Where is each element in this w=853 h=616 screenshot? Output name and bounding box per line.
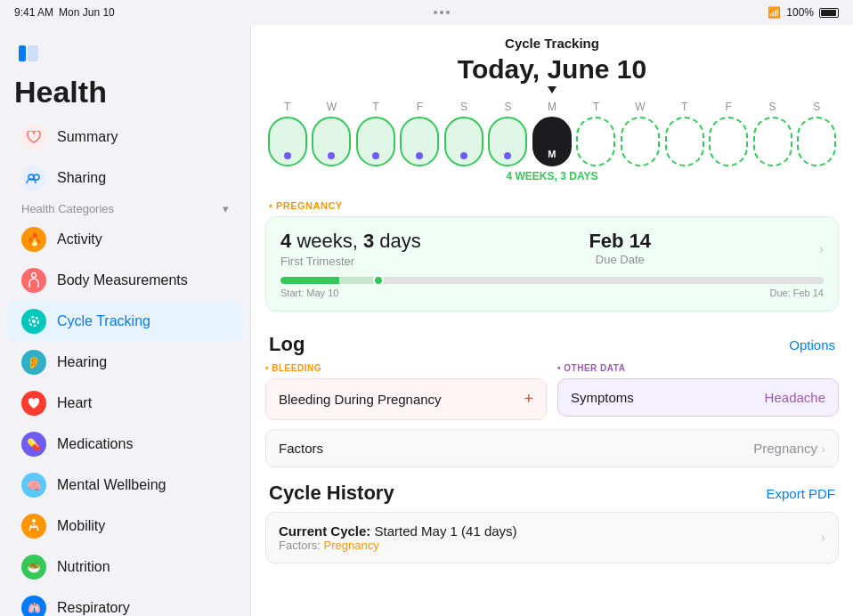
sidebar-item-nutrition[interactable]: 🥗 Nutrition [7,547,243,588]
log-header: Log Options [251,322,853,363]
sidebar-item-body-measurements[interactable]: Body Measurements [7,260,243,301]
today-label: M [548,149,556,159]
content-title: Cycle Tracking [269,36,835,51]
calendar-day-letter-12: S [813,101,820,113]
bleeding-item-label: Bleeding During Pregnancy [279,392,442,407]
content-header: Cycle Tracking Today, June 10 [251,25,853,101]
export-pdf-button[interactable]: Export PDF [766,486,835,501]
calendar-day-5[interactable]: S [486,101,531,166]
calendar-day-8[interactable]: W [618,101,662,166]
status-bar-right: 📶 100% [768,6,839,19]
factors-value-row: Pregnancy › [753,441,825,456]
sidebar-item-hearing[interactable]: 👂 Hearing [7,342,243,383]
calendar-day-10[interactable]: F [706,101,751,166]
history-chevron-icon: › [821,530,825,546]
pregnancy-due-block: Feb 14 Due Date [589,230,651,266]
calendar-day-9[interactable]: T [662,101,707,166]
log-title: Log [269,333,305,356]
sidebar-item-medications[interactable]: 💊 Medications [7,424,243,465]
log-columns: • BLEEDING Bleeding During Pregnancy + •… [251,363,853,420]
sidebar-item-cycle-tracking[interactable]: Cycle Tracking [7,301,243,342]
calendar-day-11[interactable]: S [751,101,795,166]
progress-end-label: Due: Feb 14 [769,288,824,298]
pregnancy-card-chevron: › [819,241,824,257]
calendar-bubble-0 [268,117,307,166]
log-options-button[interactable]: Options [789,337,835,353]
bleeding-add-icon[interactable]: + [524,390,533,409]
sidebar-item-mental-wellbeing[interactable]: 🧠 Mental Wellbeing [7,465,243,506]
calendar-bubble-11 [753,117,792,166]
status-date: Mon Jun 10 [59,6,115,19]
pregnancy-trimester: First Trimester [280,255,421,268]
battery-icon [819,8,839,18]
sidebar-item-heart[interactable]: Heart [7,383,243,424]
bleeding-section-label: • BLEEDING [265,363,547,378]
sidebar-item-activity-label: Activity [57,231,102,247]
history-title: Cycle History [269,482,394,505]
calendar-day-letter-7: T [593,101,599,113]
calendar-day-4[interactable]: S [442,101,486,166]
history-header: Cycle History Export PDF [251,467,853,512]
body-measurements-icon [21,268,46,293]
calendar-day-7[interactable]: T [574,101,619,166]
calendar-bubble-5 [488,117,527,166]
pregnancy-due-date: Feb 14 [589,230,651,253]
sharing-icon [21,166,46,190]
progress-fill [280,277,378,284]
calendar-day-6-today[interactable]: M M [530,101,574,166]
calendar-bubble-1 [312,117,351,166]
other-data-column: • OTHER DATA Symptoms Headache [557,363,839,420]
main-content: Cycle Tracking Today, June 10 T [251,25,853,616]
calendar-dot-3 [416,152,423,159]
svg-rect-1 [28,45,38,61]
sidebar-item-nutrition-label: Nutrition [57,559,110,575]
sidebar-item-medications-label: Medications [57,436,133,452]
calendar-day-letter-5: S [504,101,511,113]
health-categories-label: Health Categories [21,202,114,215]
status-bar-center [434,11,450,14]
calendar-bubble-7 [576,117,615,166]
status-bar: 9:41 AM Mon Jun 10 📶 100% [0,0,853,25]
calendar-day-letter-1: W [327,101,337,113]
sidebar-item-activity[interactable]: 🔥 Activity [7,219,243,260]
calendar-day-0[interactable]: T [265,101,310,166]
calendar-bubble-today: M [532,117,572,166]
sidebar-item-sharing[interactable]: Sharing [7,158,243,199]
calendar-dot-4 [460,152,467,159]
bleeding-item[interactable]: Bleeding During Pregnancy + [265,378,547,420]
factors-row[interactable]: Factors Pregnancy › [265,429,839,467]
calendar-day-1[interactable]: W [310,101,354,166]
calendar-day-12[interactable]: S [794,101,839,166]
calendar-bubble-9 [665,117,704,166]
history-item-top: Current Cycle: Started May 1 (41 days) F… [279,523,825,552]
history-factors-row: Factors: Pregnancy [279,539,517,552]
content-date: Today, June 10 [269,54,835,85]
progress-dot [373,277,384,284]
calendar-day-2[interactable]: T [353,101,398,166]
pregnancy-weeks-block: 4 weeks, 3 days First Trimester [280,230,421,268]
svg-point-4 [34,174,39,180]
sidebar-toggle-button[interactable] [14,43,43,64]
calendar-day-letter-11: S [769,101,776,113]
pregnancy-progress-row: Start: May 10 Due: Feb 14 [280,277,824,298]
activity-icon: 🔥 [21,227,46,252]
progress-bar [280,277,824,284]
mobility-icon [21,514,46,539]
history-current-cycle-label: Current Cycle: Started May 1 (41 days) [279,523,517,539]
bleeding-column: • BLEEDING Bleeding During Pregnancy + [265,363,547,420]
sidebar-item-sharing-label: Sharing [57,170,106,186]
sidebar-item-summary[interactable]: Summary [7,117,243,158]
symptoms-item[interactable]: Symptoms Headache [557,378,839,417]
sidebar-item-respiratory[interactable]: 🫁 Respiratory [7,588,243,616]
history-item[interactable]: Current Cycle: Started May 1 (41 days) F… [265,512,839,563]
sidebar-item-mobility[interactable]: Mobility [7,506,243,547]
history-factors-value: Pregnancy [324,539,379,552]
calendar-day-letter-4: S [460,101,467,113]
calendar-dot-2 [372,152,379,159]
sidebar-item-hearing-label: Hearing [57,354,107,370]
pregnancy-card[interactable]: 4 weeks, 3 days First Trimester Feb 14 D… [265,216,839,312]
sidebar-top [0,36,250,75]
sidebar-item-body-measurements-label: Body Measurements [57,272,188,288]
sidebar-item-heart-label: Heart [57,395,92,411]
calendar-day-3[interactable]: F [398,101,443,166]
